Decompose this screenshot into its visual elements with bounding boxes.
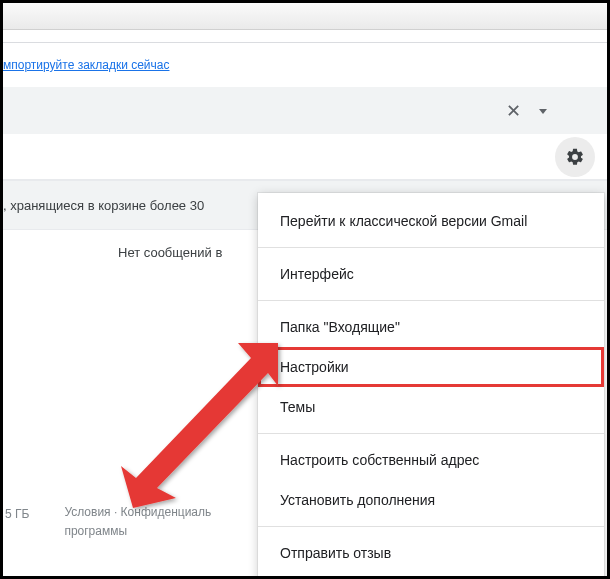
menu-item-help[interactable]: Справка (258, 573, 604, 579)
menu-item-feedback[interactable]: Отправить отзыв (258, 533, 604, 573)
menu-divider (258, 300, 604, 301)
trash-banner-text: , хранящиеся в корзине более 30 (3, 198, 204, 213)
settings-menu: Перейти к классической версии Gmail Инте… (258, 193, 604, 579)
empty-message-text: Нет сообщений в (118, 245, 222, 260)
menu-item-classic-gmail[interactable]: Перейти к классической версии Gmail (258, 201, 604, 241)
tab-strip (3, 3, 607, 30)
menu-item-inbox[interactable]: Папка "Входящие" (258, 307, 604, 347)
menu-item-settings[interactable]: Настройки (258, 347, 604, 387)
settings-gear-button[interactable] (555, 137, 595, 177)
bookmarks-bar: мпортируйте закладки сейчас (3, 43, 607, 87)
footer-terms-line2: программы (64, 524, 127, 538)
svg-marker-0 (121, 343, 278, 508)
menu-item-custom-address[interactable]: Настроить собственный адрес (258, 440, 604, 480)
menu-divider (258, 247, 604, 248)
gear-icon (565, 147, 585, 167)
footer-terms: Условия · Конфиденциаль программы (64, 503, 211, 541)
menu-item-density[interactable]: Интерфейс (258, 254, 604, 294)
spacer-bar (3, 30, 607, 43)
search-options-caret-icon[interactable] (539, 109, 547, 114)
menu-divider (258, 433, 604, 434)
import-bookmarks-link[interactable]: мпортируйте закладки сейчас (3, 58, 169, 72)
toolbar (3, 135, 607, 180)
search-bar[interactable]: ✕ (3, 87, 607, 135)
menu-item-themes[interactable]: Темы (258, 387, 604, 427)
clear-search-icon[interactable]: ✕ (506, 100, 521, 122)
menu-item-addons[interactable]: Установить дополнения (258, 480, 604, 520)
footer-terms-line1: Условия · Конфиденциаль (64, 505, 211, 519)
storage-text: 5 ГБ (5, 507, 29, 521)
menu-divider (258, 526, 604, 527)
